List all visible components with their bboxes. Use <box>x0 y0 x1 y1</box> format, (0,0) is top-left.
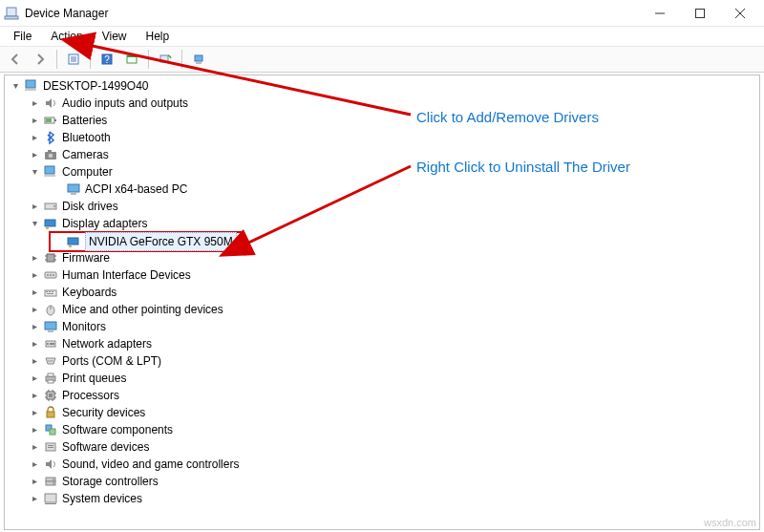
tree-item-monitors[interactable]: ▸ Monitors <box>5 318 759 335</box>
chevron-right-icon[interactable]: ▸ <box>28 198 41 215</box>
tree-item-hid[interactable]: ▸ Human Interface Devices <box>5 266 759 284</box>
maximize-button[interactable] <box>680 0 720 27</box>
properties-button[interactable] <box>62 49 85 70</box>
chevron-right-icon[interactable]: ▸ <box>28 490 41 507</box>
toolbar-separator <box>90 50 91 69</box>
svg-rect-1 <box>5 16 18 19</box>
tree-item-label: NVIDIA GeForce GTX 950M <box>85 232 237 251</box>
chevron-down-icon[interactable]: ▾ <box>9 77 22 95</box>
tree-item-label: Storage controllers <box>62 473 159 490</box>
menu-help[interactable]: Help <box>137 28 180 45</box>
tree-item-keyboards[interactable]: ▸ Keyboards <box>5 284 759 301</box>
tree-item-printq[interactable]: ▸ Print queues <box>5 370 759 387</box>
tree-item-label: Display adapters <box>62 215 147 232</box>
menu-action[interactable]: Action <box>41 28 92 45</box>
svg-rect-16 <box>196 62 202 64</box>
svg-rect-35 <box>47 254 54 262</box>
tree-item-computer[interactable]: ▾ Computer <box>5 163 759 181</box>
svg-rect-18 <box>25 89 36 91</box>
tree-item-system[interactable]: ▸ System devices <box>5 490 759 507</box>
svg-rect-26 <box>44 175 55 177</box>
tree-item-ports[interactable]: ▸ Ports (COM & LPT) <box>5 352 759 370</box>
chevron-down-icon[interactable]: ▾ <box>28 215 41 232</box>
tree-item-softcomp[interactable]: ▸ Software components <box>5 421 759 438</box>
tree-root[interactable]: ▾ DESKTOP-1499O40 <box>5 77 759 95</box>
svg-rect-32 <box>46 227 49 229</box>
chevron-right-icon[interactable]: ▸ <box>28 387 41 404</box>
back-button[interactable] <box>4 49 27 70</box>
tree-item-security[interactable]: ▸ Security devices <box>5 404 759 421</box>
chevron-right-icon[interactable]: ▸ <box>28 404 41 421</box>
window-title: Device Manager <box>25 7 640 20</box>
menu-file[interactable]: File <box>4 28 41 45</box>
svg-rect-45 <box>46 291 48 292</box>
tree-item-display[interactable]: ▾ Display adapters <box>5 215 759 232</box>
tree-item-label: Processors <box>62 387 119 404</box>
tree-item-mice[interactable]: ▸ Mice and other pointing devices <box>5 301 759 318</box>
tree-item-batteries[interactable]: ▸ Batteries <box>5 112 759 129</box>
chevron-right-icon[interactable]: ▸ <box>28 249 41 266</box>
speaker-icon <box>43 457 58 472</box>
svg-point-54 <box>47 343 49 345</box>
bluetooth-icon <box>43 130 58 145</box>
chevron-right-icon[interactable]: ▸ <box>28 421 41 438</box>
tree-item-bluetooth[interactable]: ▸ Bluetooth <box>5 129 759 146</box>
svg-point-41 <box>47 274 49 276</box>
monitor-icon <box>43 319 58 334</box>
tree-item-nvidia[interactable]: ▸ NVIDIA GeForce GTX 950M <box>5 232 759 249</box>
chevron-right-icon[interactable]: ▸ <box>28 284 41 301</box>
svg-rect-52 <box>48 330 53 332</box>
app-icon <box>4 6 19 21</box>
chevron-right-icon[interactable]: ▸ <box>28 146 41 163</box>
tree-item-acpi[interactable]: ▸ ACPI x64-based PC <box>5 181 759 198</box>
chevron-right-icon[interactable]: ▸ <box>28 112 41 129</box>
tree-item-network[interactable]: ▸ Network adapters <box>5 335 759 352</box>
scan-button[interactable] <box>154 49 177 70</box>
minimize-button[interactable] <box>640 0 680 27</box>
chevron-right-icon[interactable]: ▸ <box>28 95 41 112</box>
tree-item-audio[interactable]: ▸ Audio inputs and outputs <box>5 95 759 112</box>
toolbar: ? <box>0 46 764 73</box>
chevron-right-icon[interactable]: ▸ <box>28 438 41 456</box>
tree-item-disk[interactable]: ▸ Disk drives <box>5 198 759 215</box>
show-hidden-button[interactable] <box>120 49 143 70</box>
close-button[interactable] <box>720 0 760 27</box>
window-controls <box>640 0 760 27</box>
forward-button[interactable] <box>29 49 52 70</box>
chevron-right-icon[interactable]: ▸ <box>28 335 41 352</box>
toolbar-separator <box>181 50 182 69</box>
tree-item-label: Audio inputs and outputs <box>62 95 188 112</box>
chevron-down-icon[interactable]: ▾ <box>28 163 41 181</box>
chevron-right-icon[interactable]: ▸ <box>28 352 41 370</box>
computer-icon <box>43 164 58 180</box>
annotation-top: Click to Add/Remove Drivers <box>416 109 599 125</box>
chevron-right-icon[interactable]: ▸ <box>28 129 41 146</box>
chevron-right-icon[interactable]: ▸ <box>28 473 41 490</box>
chevron-right-icon[interactable]: ▸ <box>28 301 41 318</box>
chevron-right-icon[interactable]: ▸ <box>28 318 41 335</box>
svg-rect-76 <box>48 445 53 446</box>
tree-item-label: Disk drives <box>62 198 118 215</box>
menubar: File Action View Help <box>0 27 764 46</box>
tree-item-label: Batteries <box>62 112 107 129</box>
help-button[interactable]: ? <box>96 49 118 70</box>
titlebar: Device Manager <box>0 0 764 27</box>
keyboard-icon <box>43 285 58 300</box>
chevron-right-icon[interactable]: ▸ <box>28 266 41 284</box>
tree-item-storage[interactable]: ▸ Storage controllers <box>5 473 759 490</box>
highlight-annotation: ▸ NVIDIA GeForce GTX 950M <box>49 231 244 252</box>
menu-view[interactable]: View <box>93 28 137 45</box>
device-tree-container: ▾ DESKTOP-1499O40 ▸ Audio inputs and out… <box>4 74 760 530</box>
tree-item-sound[interactable]: ▸ Sound, video and game controllers <box>5 456 759 473</box>
device-button[interactable] <box>187 49 210 70</box>
tree-item-softdev[interactable]: ▸ Software devices <box>5 438 759 456</box>
chevron-right-icon[interactable]: ▸ <box>28 456 41 473</box>
svg-rect-82 <box>45 494 56 502</box>
chevron-right-icon[interactable]: ▸ <box>28 370 41 387</box>
tree-item-processors[interactable]: ▸ Processors <box>5 387 759 404</box>
svg-point-80 <box>53 479 54 480</box>
svg-rect-60 <box>48 373 53 376</box>
storage-icon <box>43 474 58 489</box>
tree-item-label: Network adapters <box>62 335 152 352</box>
tree-item-cameras[interactable]: ▸ Cameras <box>5 146 759 163</box>
